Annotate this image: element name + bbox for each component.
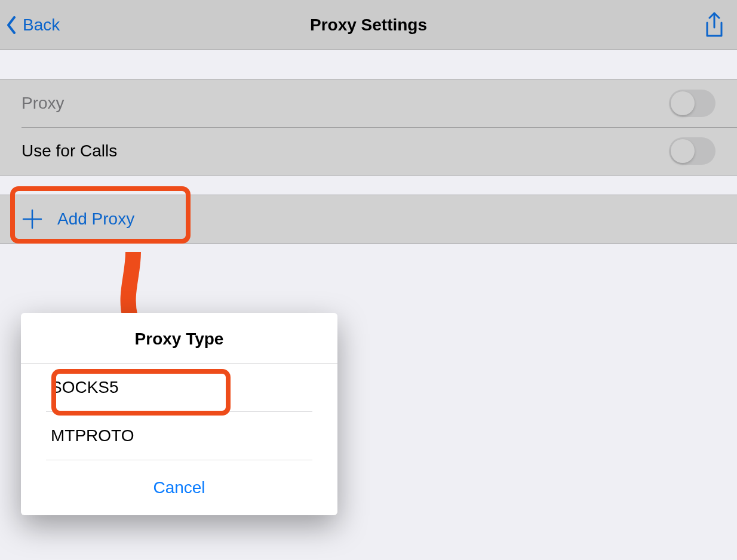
proxy-type-modal: Proxy Type SOCKS5 MTPROTO Cancel xyxy=(21,313,337,515)
add-proxy-button[interactable]: Add Proxy xyxy=(0,195,737,243)
back-label: Back xyxy=(23,16,60,35)
share-button[interactable] xyxy=(704,0,725,50)
settings-list: Proxy Use for Calls xyxy=(0,79,737,176)
switch-knob xyxy=(671,91,695,115)
modal-title: Proxy Type xyxy=(21,330,337,349)
navbar: Back Proxy Settings xyxy=(0,0,737,50)
row-label-calls: Use for Calls xyxy=(22,141,669,161)
calls-switch[interactable] xyxy=(669,137,715,165)
option-mtproto[interactable]: MTPROTO xyxy=(46,412,312,460)
row-label-proxy: Proxy xyxy=(22,94,669,113)
option-socks5[interactable]: SOCKS5 xyxy=(46,364,312,412)
row-proxy-toggle: Proxy xyxy=(0,79,737,127)
proxy-switch[interactable] xyxy=(669,90,715,117)
add-proxy-list: Add Proxy xyxy=(0,195,737,244)
back-button[interactable]: Back xyxy=(6,0,60,50)
chevron-left-icon xyxy=(6,16,17,34)
share-icon xyxy=(704,12,725,38)
switch-knob xyxy=(671,139,695,163)
page-title: Proxy Settings xyxy=(310,16,427,35)
add-proxy-label: Add Proxy xyxy=(57,210,737,229)
cancel-button[interactable]: Cancel xyxy=(21,460,337,507)
row-use-for-calls: Use for Calls xyxy=(0,127,737,175)
plus-icon xyxy=(22,208,43,230)
